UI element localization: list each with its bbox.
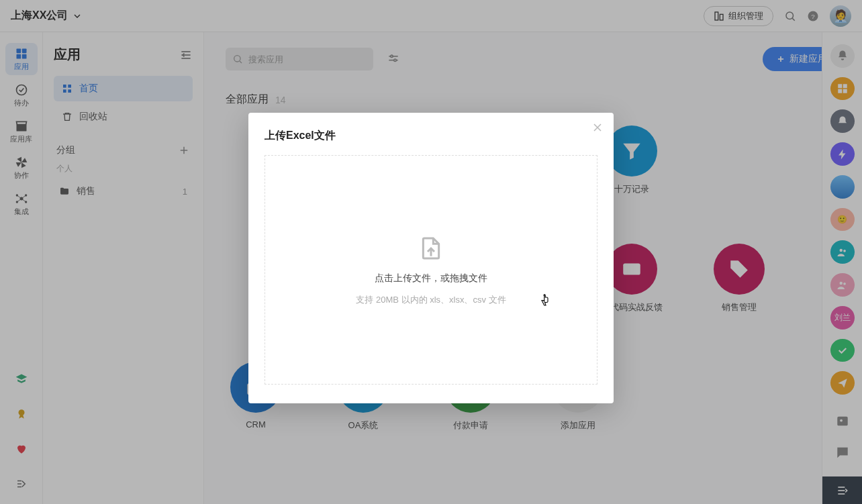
drop-text: 点击上传文件，或拖拽文件 — [375, 272, 487, 285]
modal-overlay[interactable]: 上传Excel文件 点击上传文件，或拖拽文件 支持 20MB 以内的 xls、x… — [0, 0, 862, 504]
close-icon[interactable] — [591, 121, 604, 134]
upload-modal: 上传Excel文件 点击上传文件，或拖拽文件 支持 20MB 以内的 xls、x… — [248, 113, 614, 403]
modal-title: 上传Excel文件 — [265, 129, 597, 143]
file-upload-icon — [418, 234, 444, 263]
upload-drop-zone[interactable]: 点击上传文件，或拖拽文件 支持 20MB 以内的 xls、xlsx、csv 文件 — [265, 155, 597, 385]
drop-subtext: 支持 20MB 以内的 xls、xlsx、csv 文件 — [356, 294, 506, 306]
